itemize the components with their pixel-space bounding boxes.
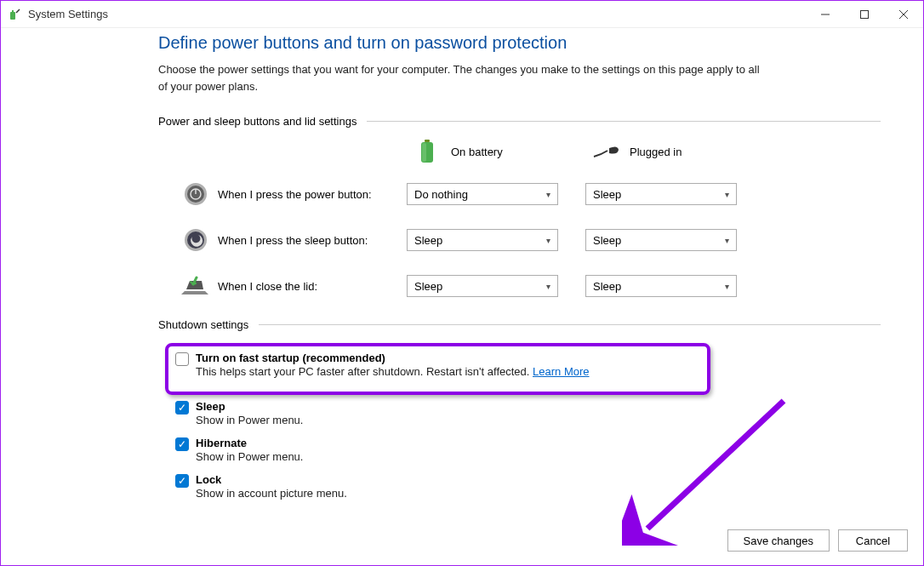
- save-changes-button[interactable]: Save changes: [727, 529, 830, 552]
- system-settings-window: System Settings Define power buttons and…: [0, 0, 924, 566]
- on-battery-label: On battery: [451, 146, 503, 158]
- learn-more-link[interactable]: Learn More: [533, 365, 589, 378]
- column-headers-row: On battery Plugged in: [158, 140, 881, 163]
- power-button-row: When I press the power button: Do nothin…: [158, 180, 881, 208]
- select-value: Sleep: [414, 234, 442, 247]
- select-value: Do nothing: [414, 188, 468, 201]
- chevron-down-icon: ▾: [546, 282, 550, 291]
- window-title: System Settings: [28, 8, 108, 20]
- lid-close-label: When I close the lid:: [218, 280, 407, 293]
- chevron-down-icon: ▾: [546, 236, 550, 245]
- lid-battery-select[interactable]: Sleep ▾: [407, 275, 558, 297]
- chevron-down-icon: ▾: [725, 282, 729, 291]
- section-label: Power and sleep buttons and lid settings: [158, 115, 356, 128]
- svg-rect-0: [10, 12, 15, 20]
- shutdown-settings-section-header: Shutdown settings: [158, 318, 881, 331]
- svg-rect-1: [12, 10, 14, 12]
- sleep-button-plugged-select[interactable]: Sleep ▾: [585, 229, 737, 251]
- fast-startup-description: This helps start your PC faster after sh…: [196, 365, 699, 378]
- fast-startup-highlight: Turn on fast startup (recommended) This …: [165, 343, 710, 395]
- checkbox-checked[interactable]: ✓: [175, 474, 189, 488]
- divider: [259, 324, 881, 325]
- checkbox-checked[interactable]: ✓: [175, 401, 189, 414]
- sleep-button-icon: [180, 226, 211, 254]
- select-value: Sleep: [593, 188, 621, 201]
- chevron-down-icon: ▾: [725, 236, 729, 245]
- power-button-icon: [180, 180, 211, 208]
- select-value: Sleep: [414, 280, 442, 293]
- sleep-option-description: Show in Power menu.: [196, 414, 881, 426]
- close-button[interactable]: [884, 1, 923, 28]
- power-button-battery-select[interactable]: Do nothing ▾: [407, 183, 558, 205]
- hibernate-option[interactable]: ✓ Hibernate Show in Power menu.: [175, 437, 881, 470]
- plugged-in-label: Plugged in: [630, 146, 682, 158]
- lock-option-description: Show in account picture menu.: [196, 487, 881, 500]
- power-buttons-section-header: Power and sleep buttons and lid settings: [158, 115, 881, 128]
- on-battery-column-header: On battery: [414, 140, 575, 163]
- titlebar: System Settings: [1, 1, 923, 28]
- battery-icon: [414, 140, 441, 163]
- sleep-option-label: Sleep: [196, 400, 881, 413]
- lid-plugged-select[interactable]: Sleep ▾: [585, 275, 737, 297]
- lock-option-label: Lock: [196, 473, 881, 486]
- maximize-button[interactable]: [845, 1, 884, 28]
- section-label: Shutdown settings: [158, 318, 248, 331]
- svg-rect-3: [861, 11, 869, 19]
- content-area: Define power buttons and turn on passwor…: [1, 28, 923, 566]
- svg-rect-8: [422, 143, 426, 162]
- laptop-lid-icon: [180, 272, 211, 300]
- lid-close-row: When I close the lid: Sleep ▾ Sleep ▾: [158, 272, 881, 300]
- plug-icon: [592, 140, 619, 163]
- sleep-button-row: When I press the sleep button: Sleep ▾ S…: [158, 226, 881, 254]
- hibernate-option-description: Show in Power menu.: [196, 450, 881, 463]
- minimize-button[interactable]: [806, 1, 845, 28]
- shutdown-settings-list: Turn on fast startup (recommended) This …: [158, 343, 881, 506]
- divider: [367, 121, 881, 122]
- power-button-label: When I press the power button:: [218, 188, 407, 201]
- lock-option[interactable]: ✓ Lock Show in account picture menu.: [175, 473, 881, 506]
- select-value: Sleep: [593, 234, 621, 247]
- hibernate-option-label: Hibernate: [196, 437, 881, 449]
- sleep-option[interactable]: ✓ Sleep Show in Power menu.: [175, 400, 881, 433]
- fast-startup-label: Turn on fast startup (recommended): [196, 352, 699, 364]
- plugged-in-column-header: Plugged in: [592, 140, 754, 163]
- sleep-button-label: When I press the sleep button:: [218, 234, 407, 247]
- sleep-button-battery-select[interactable]: Sleep ▾: [407, 229, 558, 251]
- cancel-button[interactable]: Cancel: [838, 529, 908, 552]
- select-value: Sleep: [593, 280, 621, 293]
- power-options-icon: [8, 8, 21, 21]
- checkbox-checked[interactable]: ✓: [175, 437, 189, 451]
- svg-rect-6: [425, 140, 430, 142]
- checkbox-unchecked[interactable]: [175, 352, 189, 366]
- fast-startup-option[interactable]: Turn on fast startup (recommended) This …: [175, 352, 699, 385]
- page-heading: Define power buttons and turn on passwor…: [158, 33, 881, 53]
- dialog-buttons: Save changes Cancel: [727, 529, 908, 552]
- chevron-down-icon: ▾: [546, 190, 550, 199]
- chevron-down-icon: ▾: [725, 190, 729, 199]
- power-button-plugged-select[interactable]: Sleep ▾: [585, 183, 737, 205]
- page-description: Choose the power settings that you want …: [158, 61, 762, 94]
